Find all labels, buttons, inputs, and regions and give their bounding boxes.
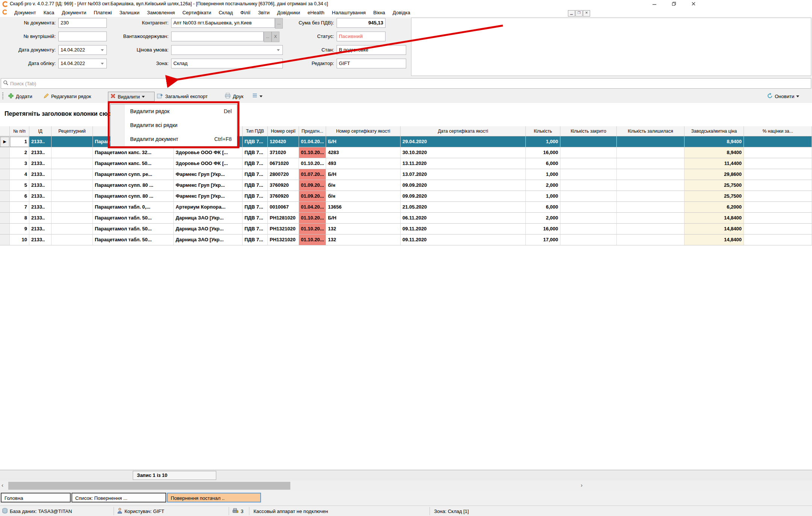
table-cell-recept[interactable] xyxy=(52,213,93,224)
table-cell-n[interactable]: 8 xyxy=(10,213,29,224)
search-input[interactable]: Поиск (Tab) xyxy=(1,78,811,89)
menu-item-delete-all-rows[interactable]: Видалити всі рядки xyxy=(111,118,237,132)
menu-налаштування[interactable]: Налаштування xyxy=(328,9,370,16)
table-cell-cert_date[interactable]: 09.11.2020 xyxy=(401,224,526,235)
row-selector[interactable] xyxy=(0,213,10,224)
menu-склад[interactable]: Склад xyxy=(215,9,237,16)
tab-returns-list[interactable]: Список: Повернення ... xyxy=(71,493,166,502)
table-cell-supplier[interactable]: Фармекс Груп [Укр... xyxy=(174,169,243,180)
table-cell-recept[interactable] xyxy=(52,169,93,180)
table-cell-qty[interactable]: 2,000 xyxy=(526,180,560,191)
table-cell-expiry[interactable]: 01.07.20... xyxy=(299,169,326,180)
row-selector[interactable] xyxy=(0,147,10,158)
notes-box[interactable] xyxy=(411,18,811,76)
table-cell-qty[interactable]: 1,000 xyxy=(526,191,560,202)
delete-dropdown-arrow-icon[interactable] xyxy=(142,96,145,99)
zone-input[interactable]: Склад xyxy=(171,59,283,68)
export-button[interactable]: Загальний експорт xyxy=(155,92,209,101)
table-cell-qty_left[interactable] xyxy=(617,213,685,224)
table-cell-qty_left[interactable] xyxy=(617,224,685,235)
table-cell-expiry[interactable]: 01.10.20... xyxy=(299,147,326,158)
table-cell-name[interactable]: Парацетамол супп. ре... xyxy=(93,169,174,180)
table-cell-expiry[interactable]: 01.10.20... xyxy=(299,224,326,235)
table-cell-qty_left[interactable] xyxy=(617,180,685,191)
table-cell-id[interactable]: 2133.. xyxy=(29,158,52,169)
table-cell-cert_no[interactable]: б/н xyxy=(326,180,401,191)
table-cell-qty_left[interactable] xyxy=(617,136,685,147)
table-cell-markup[interactable] xyxy=(744,169,812,180)
table-cell-expiry[interactable]: 01.04.20... xyxy=(299,136,326,147)
table-cell-recept[interactable] xyxy=(52,191,93,202)
table-cell-qty_left[interactable] xyxy=(617,158,685,169)
table-cell-cert_date[interactable]: 30.10.2020 xyxy=(401,147,526,158)
table-cell-expiry[interactable]: 01.04.20... xyxy=(299,202,326,213)
table-cell-qty_left[interactable] xyxy=(617,169,685,180)
table-cell-markup[interactable] xyxy=(744,180,812,191)
table-cell-qty[interactable]: 1,000 xyxy=(526,169,560,180)
table-cell-cert_date[interactable]: 09.09.2020 xyxy=(401,180,526,191)
table-cell-series[interactable]: 2800720 xyxy=(268,169,299,180)
table-cell-series[interactable]: 3760920 xyxy=(268,191,299,202)
table-cell-qty_closed[interactable] xyxy=(560,224,617,235)
table-cell-price[interactable]: 8,9400 xyxy=(685,147,744,158)
table-cell-qty_left[interactable] xyxy=(617,202,685,213)
menu-вікна[interactable]: Вікна xyxy=(369,9,389,16)
refresh-button[interactable]: Оновити xyxy=(765,92,801,101)
doc-date-combo[interactable]: 14.04.2022 xyxy=(58,45,107,55)
menu-сертифікати[interactable]: Сертифікати xyxy=(179,9,215,16)
column-header-series[interactable]: Номер серії xyxy=(268,126,299,136)
table-cell-markup[interactable] xyxy=(744,147,812,158)
table-cell-price[interactable]: 6,2000 xyxy=(685,202,744,213)
table-cell-price[interactable]: 14,8400 xyxy=(685,235,744,245)
table-cell-price[interactable]: 11,4400 xyxy=(685,158,744,169)
table-cell-qty[interactable]: 6,000 xyxy=(526,202,560,213)
mdi-minimize-icon[interactable]: ▁ xyxy=(568,10,575,17)
table-cell-markup[interactable] xyxy=(744,136,812,147)
price-condition-combo[interactable] xyxy=(171,45,283,55)
menu-документ[interactable]: Документ xyxy=(11,9,40,16)
edit-row-button[interactable]: Редагувати рядок xyxy=(41,92,93,101)
table-cell-price[interactable]: 8,9400 xyxy=(685,136,744,147)
table-cell-cert_no[interactable]: 493 xyxy=(326,158,401,169)
table-cell-id[interactable]: 2133.. xyxy=(29,213,52,224)
column-header-cert_date[interactable]: Дата сертифіката якості xyxy=(401,126,526,136)
row-selector[interactable]: ▶ xyxy=(0,136,10,147)
row-selector[interactable] xyxy=(0,180,10,191)
table-cell-qty_closed[interactable] xyxy=(560,147,617,158)
print-button[interactable]: Друк xyxy=(223,92,245,101)
table-cell-price[interactable]: 14,8400 xyxy=(685,213,744,224)
refresh-dropdown-arrow-icon[interactable] xyxy=(796,95,799,99)
table-cell-vat[interactable]: ПДВ 7... xyxy=(243,158,268,169)
menu-залишки[interactable]: Залишки xyxy=(116,9,143,16)
table-cell-name[interactable]: Парацетамол супп. 80 ... xyxy=(93,191,174,202)
table-cell-cert_date[interactable]: 09.09.2020 xyxy=(401,191,526,202)
column-header-qty[interactable]: Кількість xyxy=(526,126,560,136)
table-cell-supplier[interactable]: Артериум Корпора... xyxy=(174,202,243,213)
close-icon[interactable] xyxy=(688,2,699,8)
menu-документи[interactable]: Документи xyxy=(58,9,90,16)
table-cell-supplier[interactable]: Дарница ЗАО [Укр... xyxy=(174,224,243,235)
table-cell-name[interactable]: Парацетамол табл. 50... xyxy=(93,213,174,224)
menu-довідка[interactable]: Довідка xyxy=(389,9,414,16)
table-cell-cert_date[interactable]: 13.11.2020 xyxy=(401,158,526,169)
table-cell-qty[interactable]: 6,000 xyxy=(526,158,560,169)
table-cell-series[interactable]: РН1321020 xyxy=(268,235,299,245)
table-cell-cert_date[interactable]: 09.11.2020 xyxy=(401,235,526,245)
list-settings-button[interactable] xyxy=(250,92,264,101)
table-cell-supplier[interactable]: Фармекс Груп [Укр... xyxy=(174,191,243,202)
table-cell-id[interactable]: 2133.. xyxy=(29,147,52,158)
menu-каса[interactable]: Каса xyxy=(40,9,58,16)
table-cell-n[interactable]: 3 xyxy=(10,158,29,169)
table-cell-expiry[interactable]: 01.09.20... xyxy=(299,180,326,191)
table-cell-recept[interactable] xyxy=(52,224,93,235)
table-cell-recept[interactable] xyxy=(52,136,93,147)
table-cell-qty_closed[interactable] xyxy=(560,202,617,213)
table-cell-price[interactable]: 25,7500 xyxy=(685,191,744,202)
table-cell-series[interactable]: РН1321020 xyxy=(268,224,299,235)
table-cell-expiry[interactable]: 01.10.20... xyxy=(299,158,326,169)
table-cell-qty_closed[interactable] xyxy=(560,180,617,191)
menu-платежі[interactable]: Платежі xyxy=(90,9,115,16)
row-selector[interactable] xyxy=(0,202,10,213)
delete-button[interactable]: Видалити xyxy=(108,92,155,101)
menu-замовлення[interactable]: Замовлення xyxy=(143,9,179,16)
